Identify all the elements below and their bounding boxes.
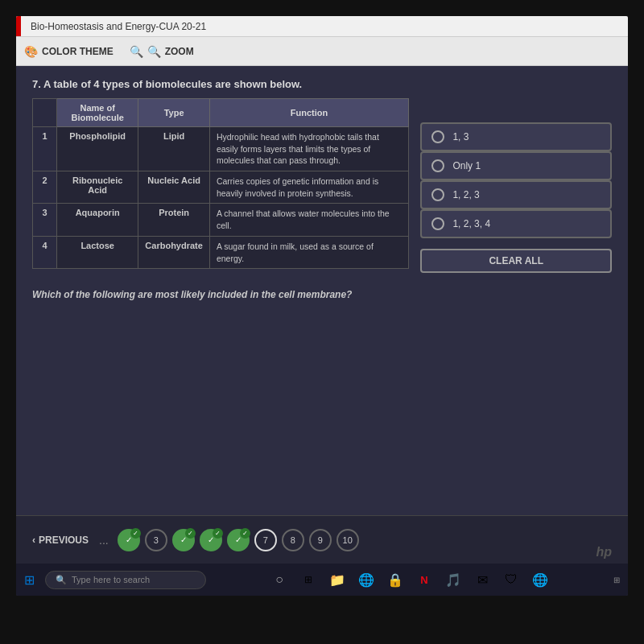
palette-icon: 🎨 xyxy=(24,45,38,58)
zoom-in-icon: 🔍 xyxy=(147,45,161,58)
table-row: 3AquaporinProteinA channel that allows w… xyxy=(33,204,409,236)
sub-question: Which of the following are most likely i… xyxy=(32,289,612,300)
radio-circle-icon xyxy=(431,130,444,143)
taskbar-lock-icon[interactable]: 🔒 xyxy=(384,568,407,591)
nav-item-6[interactable]: ✓✓ xyxy=(227,529,250,551)
nav-item-8[interactable]: 8 xyxy=(282,529,304,551)
nav-circles: ✓✓3✓✓✓✓✓✓78910 xyxy=(118,529,359,551)
row-function: Hydrophilic head with hydrophobic tails … xyxy=(209,127,408,171)
nav-item-2[interactable]: ✓✓ xyxy=(118,529,140,551)
question-number: 7. xyxy=(32,78,41,90)
search-icon: 🔍 xyxy=(56,575,67,585)
row-name: Lactose xyxy=(57,236,138,268)
check-icon: ✓ xyxy=(235,535,242,544)
row-type: Nucleic Acid xyxy=(138,171,210,204)
search-placeholder: Type here to search xyxy=(72,575,150,584)
check-icon: ✓ xyxy=(208,535,214,544)
question-body: A table of 4 types of biomolecules are s… xyxy=(43,78,302,90)
row-function: A sugar found in milk, used as a source … xyxy=(209,236,408,268)
check-icon: ✓ xyxy=(126,535,132,544)
check-badge: ✓ xyxy=(213,528,223,539)
hp-logo: hp xyxy=(596,545,612,559)
taskbar-shield-icon[interactable]: 🛡 xyxy=(500,568,522,591)
taskbar-time: ⊞ xyxy=(613,576,620,584)
radio-circle-icon xyxy=(431,159,444,172)
row-function: Carries copies of genetic information an… xyxy=(209,171,408,204)
row-name: Ribonucleic Acid xyxy=(57,171,138,204)
row-type: Lipid xyxy=(138,127,210,171)
taskbar: ⊞ 🔍 Type here to search ○ ⊞ 📁 🌐 🔒 N 🎵 ✉ … xyxy=(16,564,628,596)
row-number: 4 xyxy=(33,236,57,268)
row-type: Carbohydrate xyxy=(138,236,210,268)
nav-item-5[interactable]: ✓✓ xyxy=(200,529,222,551)
row-number: 1 xyxy=(33,127,57,171)
answer-option-d[interactable]: 1, 2, 3, 4 xyxy=(420,209,612,238)
screen: Bio-Homeostasis and Energy-CUA 20-21 🎨 C… xyxy=(16,16,628,596)
biomolecule-table: Name of Biomolecule Type Function 1Phosp… xyxy=(32,98,409,269)
col-header-type: Type xyxy=(138,99,210,127)
answer-option-c[interactable]: 1, 2, 3 xyxy=(420,180,612,209)
table-row: 4LactoseCarbohydrateA sugar found in mil… xyxy=(33,236,409,268)
answer-label: Only 1 xyxy=(452,160,481,171)
answer-label: 1, 2, 3, 4 xyxy=(452,218,490,229)
check-badge: ✓ xyxy=(130,528,141,539)
row-function: A channel that allows water molecules in… xyxy=(209,204,408,236)
taskbar-media-icon[interactable]: 🎵 xyxy=(442,568,464,591)
nav-item-3[interactable]: 3 xyxy=(145,529,167,551)
col-header-num xyxy=(33,99,57,127)
zoom-label: ZOOM xyxy=(165,46,194,57)
nav-item-9[interactable]: 9 xyxy=(309,529,332,551)
answer-options: 1, 3Only 11, 2, 31, 2, 3, 4 CLEAR ALL xyxy=(420,122,612,273)
row-name: Aquaporin xyxy=(57,204,138,236)
taskbar-edge-icon[interactable]: 🌐 xyxy=(355,568,378,591)
check-badge: ✓ xyxy=(185,528,196,539)
row-type: Protein xyxy=(138,204,210,236)
monitor: Bio-Homeostasis and Energy-CUA 20-21 🎨 C… xyxy=(0,0,644,644)
clear-all-button[interactable]: CLEAR ALL xyxy=(420,249,612,273)
row-number: 2 xyxy=(33,171,57,204)
col-header-name: Name of Biomolecule xyxy=(57,99,138,127)
answer-option-a[interactable]: 1, 3 xyxy=(420,122,612,151)
navigation-dots: ... xyxy=(99,534,109,547)
toolbar: 🎨 COLOR THEME 🔍 🔍 ZOOM xyxy=(16,37,628,66)
prev-arrow-icon: ‹ xyxy=(32,535,35,546)
taskbar-netflix-icon[interactable]: N xyxy=(413,568,436,591)
taskbar-mail-icon[interactable]: ✉ xyxy=(471,568,493,591)
taskbar-right: ⊞ xyxy=(613,576,620,584)
col-header-function: Function xyxy=(209,99,408,127)
table-row: 1PhospholipidLipidHydrophilic head with … xyxy=(33,127,409,171)
nav-item-7[interactable]: 7 xyxy=(254,529,277,551)
color-theme-label: COLOR THEME xyxy=(42,46,114,57)
prev-label: PREVIOUS xyxy=(39,535,89,546)
top-bar: Bio-Homeostasis and Energy-CUA 20-21 xyxy=(16,16,628,37)
answer-label: 1, 2, 3 xyxy=(452,189,479,200)
zoom-out-icon: 🔍 xyxy=(130,45,143,58)
row-number: 3 xyxy=(33,204,57,236)
radio-circle-icon xyxy=(431,217,444,230)
taskbar-icons: ○ ⊞ 📁 🌐 🔒 N 🎵 ✉ 🛡 🌐 xyxy=(213,568,607,591)
row-name: Phospholipid xyxy=(57,127,138,171)
previous-button[interactable]: ‹ PREVIOUS xyxy=(32,535,89,546)
taskbar-search[interactable]: 🔍 Type here to search xyxy=(45,571,206,589)
radio-circle-icon xyxy=(431,188,444,201)
question-text: 7. A table of 4 types of biomolecules ar… xyxy=(32,78,612,90)
nav-item-10[interactable]: 10 xyxy=(336,529,359,551)
color-theme-button[interactable]: 🎨 COLOR THEME xyxy=(24,45,114,58)
taskbar-folder-icon[interactable]: 📁 xyxy=(326,568,349,591)
nav-item-4[interactable]: ✓✓ xyxy=(172,529,195,551)
bottom-navigation: ‹ PREVIOUS ... ✓✓3✓✓✓✓✓✓78910 xyxy=(16,515,628,564)
check-badge: ✓ xyxy=(240,528,250,539)
check-icon: ✓ xyxy=(180,535,187,544)
taskbar-windows-grid-icon[interactable]: ⊞ xyxy=(297,568,320,591)
taskbar-chrome-icon[interactable]: 🌐 xyxy=(529,568,551,591)
taskbar-circle-icon[interactable]: ○ xyxy=(268,568,291,591)
answer-label: 1, 3 xyxy=(452,131,469,142)
answer-option-b[interactable]: Only 1 xyxy=(420,151,612,180)
question-area: Name of Biomolecule Type Function 1Phosp… xyxy=(32,98,612,281)
windows-icon[interactable]: ⊞ xyxy=(24,572,35,588)
zoom-button[interactable]: 🔍 🔍 ZOOM xyxy=(130,45,194,58)
main-content: 7. A table of 4 types of biomolecules ar… xyxy=(16,66,628,547)
table-row: 2Ribonucleic AcidNucleic AcidCarries cop… xyxy=(33,171,409,204)
window-title: Bio-Homeostasis and Energy-CUA 20-21 xyxy=(31,21,206,32)
